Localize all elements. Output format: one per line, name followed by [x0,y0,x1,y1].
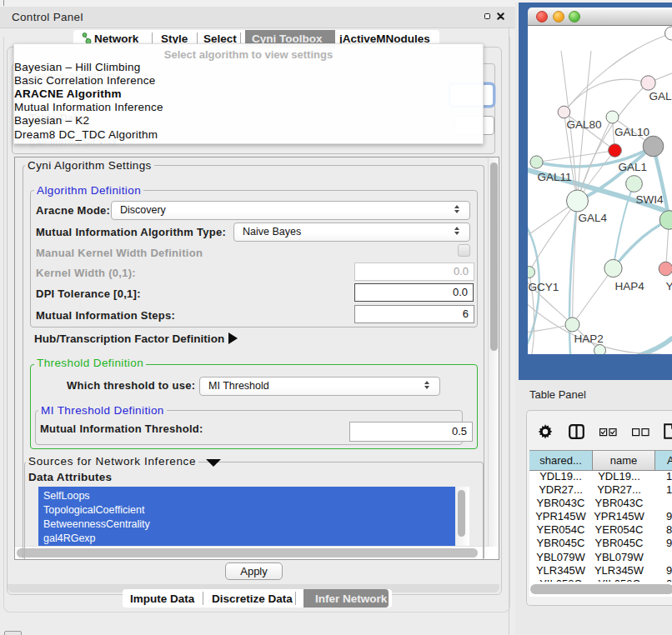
svg-text:GAL1: GAL1 [619,161,648,173]
svg-text:HAP4: HAP4 [615,280,645,292]
svg-text:SWI4: SWI4 [636,193,664,206]
svg-text:Y: Y [666,280,672,292]
svg-text:HAP2: HAP2 [574,332,604,345]
svg-text:GAL4: GAL4 [579,212,608,224]
svg-text:GAL11: GAL11 [538,171,572,183]
svg-text:GAL10: GAL10 [614,126,649,138]
svg-text:GCY1: GCY1 [529,281,559,293]
svg-text:GAL80: GAL80 [567,118,602,131]
svg-text:GAL2: GAL2 [649,90,672,102]
